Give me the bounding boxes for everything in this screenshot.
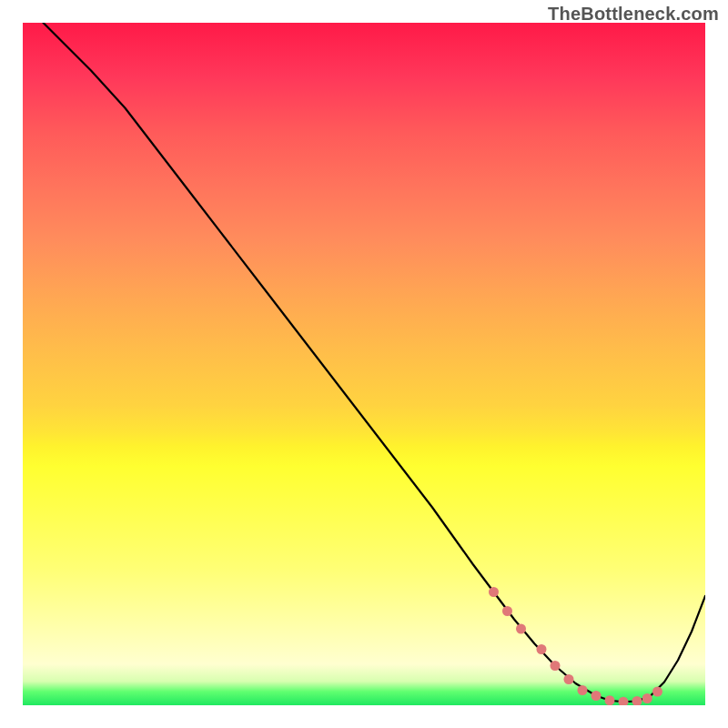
highlight-dot xyxy=(564,674,574,684)
highlight-dot xyxy=(632,696,642,705)
plot-area xyxy=(23,23,705,705)
chart-container: TheBottleneck.com xyxy=(0,0,728,728)
curve-svg xyxy=(23,23,705,705)
highlight-dot xyxy=(489,587,499,597)
highlight-dots xyxy=(489,587,662,705)
highlight-dot xyxy=(502,606,512,616)
bottleneck-curve xyxy=(44,23,706,702)
highlight-dot xyxy=(619,697,629,705)
highlight-dot xyxy=(578,685,588,695)
highlight-dot xyxy=(516,624,526,634)
highlight-dot xyxy=(537,644,547,654)
highlight-dot xyxy=(642,693,652,703)
highlight-dot xyxy=(605,695,615,705)
highlight-dot xyxy=(592,691,602,701)
highlight-dot xyxy=(652,687,662,697)
highlight-dot xyxy=(551,661,561,671)
watermark-text: TheBottleneck.com xyxy=(548,4,719,25)
